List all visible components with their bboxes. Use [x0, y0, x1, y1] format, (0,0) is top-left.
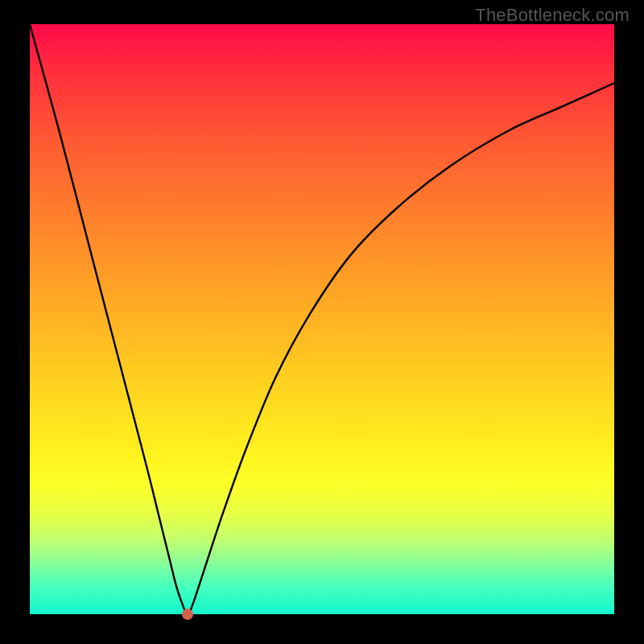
plot-area	[30, 24, 614, 614]
optimal-point-marker	[182, 609, 193, 620]
bottleneck-curve	[30, 24, 614, 614]
chart-frame: TheBottleneck.com	[0, 0, 644, 644]
watermark-text: TheBottleneck.com	[475, 5, 630, 26]
curve-svg	[30, 24, 614, 614]
